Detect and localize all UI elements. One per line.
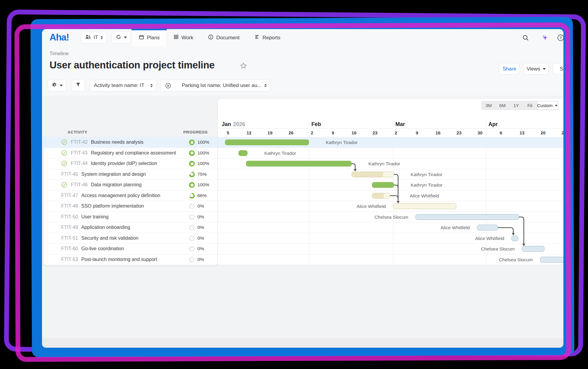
activity-name[interactable]: Access management policy definition xyxy=(81,193,160,198)
year-label: 2026 xyxy=(233,121,245,127)
filter-pill-label: Parking lot name: Unified user au... xyxy=(182,82,262,88)
remove-filter-button[interactable] xyxy=(161,80,176,91)
tab-reports[interactable]: Reports xyxy=(254,29,280,46)
views-button[interactable]: Views xyxy=(524,63,549,75)
filter-button[interactable] xyxy=(71,80,85,92)
share-button[interactable]: Share xyxy=(499,63,520,75)
range-custom-dropdown[interactable]: Custom xyxy=(537,101,558,110)
activity-name[interactable]: Business needs analysis xyxy=(91,140,143,145)
tab-work[interactable]: Work xyxy=(173,29,193,46)
search-icon[interactable] xyxy=(522,34,530,42)
progress-percent: 0% xyxy=(197,236,204,241)
people-icon xyxy=(85,34,91,41)
gantt-bar-ftit-42[interactable] xyxy=(225,140,309,145)
progress-percent: 0% xyxy=(197,225,204,230)
gantt-row[interactable] xyxy=(218,190,563,201)
activity-name[interactable]: Application onboarding xyxy=(81,225,130,230)
range-6m[interactable]: 6M xyxy=(496,103,509,108)
gantt-bar-ftit-46[interactable] xyxy=(372,182,394,188)
activity-name[interactable]: SSO platform implementation xyxy=(81,203,144,209)
activity-id: FTIT-53 xyxy=(61,257,78,262)
activity-name[interactable]: User training xyxy=(81,214,109,220)
tab-document[interactable]: Document xyxy=(208,29,239,46)
tab-label: Document xyxy=(216,35,239,41)
page-header: Timeline User authentication project tim… xyxy=(42,46,563,96)
help-circle-icon[interactable]: ? xyxy=(557,34,563,42)
star-icon[interactable] xyxy=(239,62,248,71)
gantt-bar-ftit-45[interactable] xyxy=(352,172,394,177)
gantt-row[interactable] xyxy=(218,201,563,212)
activity-row-ftit-50[interactable]: FTIT-50User training0% xyxy=(44,212,218,223)
progress-percent: 100% xyxy=(197,161,209,166)
week-tick-label: 20 xyxy=(541,130,546,135)
activity-id: FTIT-50 xyxy=(61,214,78,220)
activity-row-ftit-48[interactable]: FTIT-48SSO platform implementation0% xyxy=(44,201,218,212)
activity-row-ftit-53[interactable]: FTIT-53Post-launch monitoring and suppor… xyxy=(44,254,218,265)
week-tick-label: 5 xyxy=(227,130,229,135)
check-circle-icon xyxy=(61,182,67,188)
progress-percent: 0% xyxy=(197,214,204,220)
range-1y[interactable]: 1Y xyxy=(509,103,523,108)
gantt-bar-ftit-51[interactable] xyxy=(512,236,518,241)
week-tick-label: 9 xyxy=(416,130,418,135)
week-tick-label: 26 xyxy=(289,130,294,135)
activity-row-ftit-42[interactable]: FTIT-42Business needs analysis100% xyxy=(44,137,218,148)
week-tick-label: 13 xyxy=(520,130,525,135)
tab-plans[interactable]: Plans xyxy=(131,29,167,46)
sparkle-icon[interactable] xyxy=(541,34,549,42)
activity-row-ftit-44[interactable]: FTIT-44Identity provider (IdP) selection… xyxy=(44,158,218,169)
gantt-bar-ftit-48[interactable] xyxy=(393,203,456,209)
week-tick-label: 19 xyxy=(268,130,273,135)
activity-row-ftit-60[interactable]: FTIT-60Go-live coordination0% xyxy=(44,244,218,254)
range-3m[interactable]: 3M xyxy=(482,103,496,108)
activity-name[interactable]: Regulatory and compliance assessment xyxy=(91,150,176,156)
views-label: Views xyxy=(526,66,540,72)
cycle-selector[interactable] xyxy=(112,32,131,44)
activity-name[interactable]: Identity provider (IdP) selection xyxy=(91,161,157,166)
activity-row-ftit-45[interactable]: FTIT-45System integration and design75% xyxy=(44,169,218,180)
range-fit[interactable]: Fit xyxy=(523,103,537,108)
activity-name[interactable]: System integration and design xyxy=(81,172,146,177)
progress-ring xyxy=(189,172,195,177)
activity-row-ftit-51[interactable]: FTIT-51Security and risk validation0% xyxy=(44,233,218,244)
activity-id: FTIT-47 xyxy=(61,193,78,198)
filter-pill-team[interactable]: Activity team name: IT xyxy=(90,80,157,92)
chevron-down-icon xyxy=(124,37,127,38)
chevron-down-icon xyxy=(60,85,63,86)
report-bars-icon xyxy=(254,34,260,41)
aha-logo[interactable]: Aha! xyxy=(50,32,69,43)
gantt-bar-ftit-50[interactable] xyxy=(416,214,519,220)
activity-name[interactable]: Data migration planning xyxy=(91,182,142,188)
activity-name[interactable]: Security and risk validation xyxy=(81,236,138,241)
progress-ring xyxy=(189,257,195,262)
check-circle-icon xyxy=(61,160,67,166)
gantt-row[interactable] xyxy=(218,222,563,233)
assignee-label: Chelsea Slocum xyxy=(374,212,408,223)
settings-dropdown-button[interactable] xyxy=(48,80,66,92)
top-nav: Aha! IT Plans xyxy=(42,29,563,46)
gantt-bar-ftit-47[interactable] xyxy=(372,193,390,199)
grid-icon xyxy=(173,34,179,41)
activity-name[interactable]: Go-live coordination xyxy=(81,246,124,251)
workspace-label: IT xyxy=(94,34,98,40)
month-label: Mar xyxy=(395,121,405,128)
activity-row-ftit-49[interactable]: FTIT-49Application onboarding0% xyxy=(44,222,218,233)
activity-row-ftit-46[interactable]: FTIT-46Data migration planning100% xyxy=(44,180,218,190)
activity-row-ftit-47[interactable]: FTIT-47Access management policy definiti… xyxy=(44,190,218,201)
week-tick-label: 9 xyxy=(332,130,334,135)
progress-percent: 75% xyxy=(197,172,207,177)
gantt-bar-ftit-44[interactable] xyxy=(246,161,352,166)
window-footer xyxy=(42,338,563,348)
save-button[interactable]: Save xyxy=(553,63,563,75)
gantt-bar-ftit-49[interactable] xyxy=(477,225,498,230)
timeframe-selector: 3M 6M 1Y Fit Custom xyxy=(481,101,559,110)
filter-pill-parking[interactable]: Parking lot name: Unified user au... xyxy=(160,80,271,92)
tab-label: Plans xyxy=(147,35,160,41)
activity-row-ftit-43[interactable]: FTIT-43Regulatory and compliance assessm… xyxy=(44,148,218,159)
progress-percent: 66% xyxy=(197,193,207,198)
gantt-bar-ftit-60[interactable] xyxy=(522,246,544,252)
workspace-selector[interactable]: IT xyxy=(81,32,107,44)
gantt-bar-ftit-43[interactable] xyxy=(238,150,248,156)
gantt-bar-ftit-53[interactable] xyxy=(540,257,563,262)
activity-name[interactable]: Post-launch monitoring and support xyxy=(81,257,157,262)
